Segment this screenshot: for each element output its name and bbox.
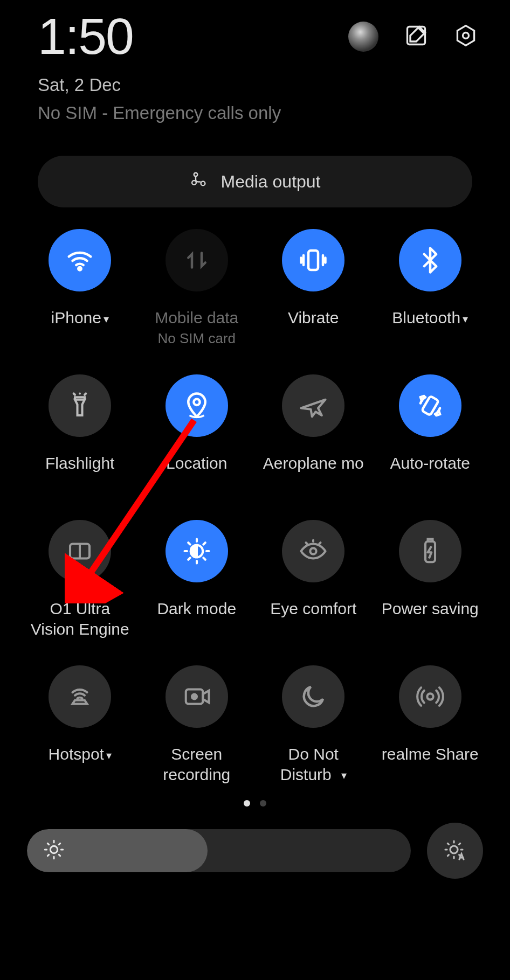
media-output-button[interactable]: Media output [38,156,472,207]
tile-location[interactable]: Location [139,374,256,503]
tile-label: O1 Ultra Vision Engine [26,599,134,639]
vibrate-icon [282,229,344,291]
tile-vibrate[interactable]: Vibrate [255,229,372,357]
tile-mobile-data[interactable]: Mobile data No SIM card [139,229,256,357]
tile-label: iPhone▾ [51,308,109,328]
mobile-data-icon [166,229,228,291]
page-indicator [0,800,510,807]
tile-dnd[interactable]: Do Not Disturb▾ [255,665,372,794]
tile-label: Power saving [382,599,479,619]
realme-share-icon [399,665,461,728]
pager-dot [260,800,266,807]
airplane-icon [282,374,344,437]
tile-label: Dark mode [157,599,236,619]
svg-point-17 [50,846,57,853]
tile-label: Mobile data [155,308,238,328]
dark-mode-icon [166,520,228,582]
svg-rect-7 [308,251,318,270]
flashlight-icon [49,374,111,437]
tile-hotspot[interactable]: Hotspot▾ [22,665,139,794]
edit-tiles-button[interactable] [404,24,428,50]
eye-comfort-icon [282,520,344,582]
svg-point-16 [427,693,433,699]
tile-o1-vision[interactable]: O1 Ultra Vision Engine [22,520,139,648]
auto-brightness-button[interactable] [427,823,483,879]
tile-label: Do Not Disturb▾ [259,744,367,784]
quick-settings-grid: iPhone▾ Mobile data No SIM card Vibrate … [22,229,488,794]
media-output-icon [189,170,209,193]
tile-label: Auto-rotate [390,453,470,474]
hotspot-icon [49,665,111,728]
svg-point-2 [463,33,469,39]
screen-recording-icon [166,665,228,728]
date-label: Sat, 2 Dec [38,75,510,95]
tile-auto-rotate[interactable]: Auto-rotate [372,374,489,503]
brightness-slider[interactable] [27,829,411,872]
tile-label: Vibrate [288,308,339,328]
tile-dark-mode[interactable]: Dark mode [139,520,256,648]
tile-bluetooth[interactable]: Bluetooth▾ [372,229,489,357]
user-avatar[interactable] [348,22,378,52]
clock-time: 1:50 [38,11,133,62]
pager-dot [244,800,250,807]
tile-label: Aeroplane mo [263,453,364,474]
tile-label: Location [166,453,227,474]
svg-point-15 [192,694,197,699]
svg-point-6 [79,267,81,270]
tile-airplane[interactable]: Aeroplane mo [255,374,372,503]
tile-label: Bluetooth▾ [392,308,468,328]
svg-marker-1 [457,26,474,46]
tile-label: Eye comfort [270,599,356,619]
tile-wifi[interactable]: iPhone▾ [22,229,139,357]
svg-point-3 [194,173,198,177]
power-saving-icon [399,520,461,582]
dnd-icon [282,665,344,728]
media-output-label: Media output [220,172,320,192]
tile-label: Hotspot▾ [49,744,112,764]
tile-label: Screen recording [143,744,251,784]
tile-screen-recording[interactable]: Screen recording [139,665,256,794]
svg-point-5 [201,182,205,186]
tile-sublabel: No SIM card [158,330,236,347]
svg-point-12 [311,548,316,554]
o1-vision-icon [49,520,111,582]
brightness-fill [27,829,208,872]
tile-eye-comfort[interactable]: Eye comfort [255,520,372,648]
tile-label: Flashlight [45,453,114,474]
tile-label: realme Share [382,744,479,764]
tile-flashlight[interactable]: Flashlight [22,374,139,503]
tile-realme-share[interactable]: realme Share [372,665,489,794]
sim-status-label: No SIM - Emergency calls only [38,103,510,123]
svg-point-8 [194,399,199,405]
tile-power-saving[interactable]: Power saving [372,520,489,648]
svg-point-18 [450,846,458,853]
bluetooth-icon [399,229,461,291]
settings-button[interactable] [454,24,478,50]
wifi-icon [49,229,111,291]
auto-rotate-icon [399,374,461,437]
location-icon [166,374,228,437]
brightness-icon [43,839,65,863]
